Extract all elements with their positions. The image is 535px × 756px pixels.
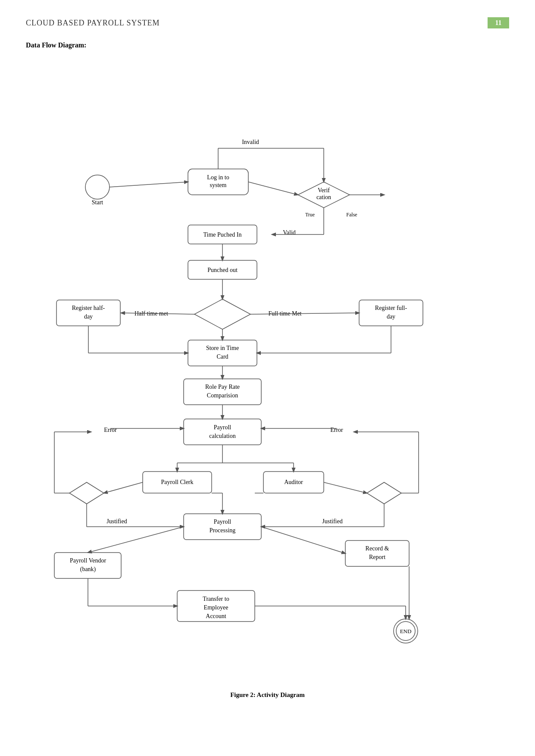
svg-rect-17: [54, 553, 121, 578]
role-pay-rate-label2: Comparision: [206, 392, 238, 399]
svg-rect-9: [184, 379, 261, 405]
svg-marker-5: [194, 299, 250, 329]
payroll-processing-label: Payroll: [213, 519, 231, 525]
payroll-vendor-label2: (bank): [80, 566, 96, 573]
svg-point-0: [85, 175, 110, 199]
error-left-label: Error: [104, 427, 117, 433]
svg-rect-15: [184, 514, 261, 540]
svg-line-54: [324, 482, 367, 493]
transfer-label: Transfer to: [203, 596, 229, 602]
svg-marker-14: [367, 482, 401, 504]
auditor-label: Auditor: [284, 479, 303, 485]
register-full-day-label2: day: [386, 313, 395, 320]
figure-caption-bold: Activity Diagram: [257, 691, 305, 698]
svg-rect-6: [56, 300, 120, 326]
payroll-clerk-label: Payroll Clerk: [161, 479, 193, 485]
payroll-processing-label2: Processing: [209, 527, 235, 534]
end-label: END: [400, 628, 411, 634]
register-full-day-label: Register full-: [375, 305, 407, 311]
punched-out-label: Punched out: [207, 267, 238, 273]
start-label: Start: [91, 199, 103, 206]
svg-line-62: [261, 527, 345, 553]
svg-rect-16: [345, 540, 409, 566]
svg-line-53: [104, 482, 143, 493]
svg-line-32: [250, 313, 359, 314]
payroll-calc-label2: calculation: [209, 433, 235, 439]
figure-caption: Figure 2: Activity Diagram: [26, 691, 509, 699]
svg-line-25: [248, 182, 298, 195]
time-punched-in-label: Time Puched In: [203, 231, 241, 238]
error-right-label: Error: [330, 427, 343, 433]
role-pay-rate-label: Role Pay Rate: [205, 384, 239, 390]
transfer-label3: Account: [206, 613, 226, 619]
header-title: CLOUD BASED PAYROLL SYSTEM: [26, 19, 160, 28]
verification-label: Verif: [318, 187, 330, 194]
record-report-label: Record &: [365, 545, 389, 552]
transfer-label2: Employee: [203, 604, 228, 611]
verification-label2: cation: [316, 194, 331, 200]
invalid-label: Invalid: [242, 139, 259, 145]
diagram-svg: Start Log in to system Invalid Verif cat…: [31, 58, 505, 683]
svg-rect-10: [184, 419, 261, 445]
header: CLOUD BASED PAYROLL SYSTEM 11: [26, 17, 509, 28]
figure-caption-prefix: Figure 2:: [230, 691, 257, 698]
false-label: False: [346, 212, 357, 218]
svg-marker-13: [69, 482, 104, 504]
store-time-card-label: Store in Time: [206, 345, 238, 351]
diagram-container: Start Log in to system Invalid Verif cat…: [31, 58, 505, 683]
justified-left-label: Justified: [106, 518, 127, 525]
justified-right-label: Justified: [322, 518, 342, 525]
header-page: 11: [488, 17, 509, 28]
svg-rect-7: [359, 300, 423, 326]
svg-line-21: [110, 182, 188, 187]
login-label2: system: [210, 182, 226, 188]
page: CLOUD BASED PAYROLL SYSTEM 11 Data Flow …: [0, 0, 535, 756]
section-label: Data Flow Diagram:: [26, 41, 509, 49]
payroll-vendor-label: Payroll Vendor: [69, 557, 106, 564]
payroll-calc-label: Payroll: [213, 424, 231, 431]
login-label: Log in to: [207, 174, 229, 181]
svg-rect-8: [188, 340, 257, 366]
true-label: True: [305, 212, 314, 218]
register-half-day-label2: day: [84, 313, 92, 320]
register-half-day-label: Register half-: [72, 305, 105, 311]
store-time-card-label2: Card: [216, 353, 228, 360]
svg-line-63: [88, 527, 184, 553]
record-report-label2: Report: [369, 554, 385, 560]
